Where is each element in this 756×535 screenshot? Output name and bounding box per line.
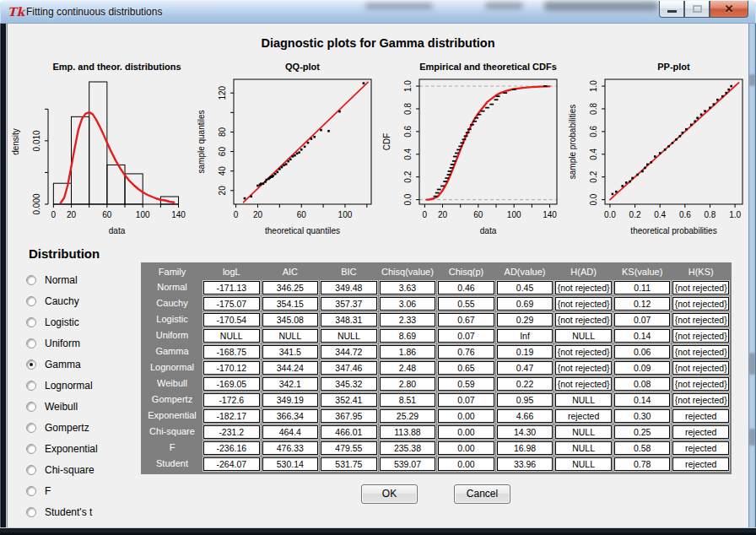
radio-icon [26,465,36,475]
table-cell: 349.48 [321,281,377,295]
radio-icon [26,317,36,327]
radio-uniform[interactable]: Uniform [26,332,98,354]
svg-text:0.2: 0.2 [629,210,641,219]
minimize-button[interactable] [659,1,684,18]
table-cell: {not rejected} [672,313,729,327]
column-header: Chisq(p) [438,263,494,281]
svg-text:data: data [480,226,497,235]
table-cell: {not rejected} [555,281,612,295]
column-header: Chisq(value) [380,263,436,281]
radio-label: Logistic [45,316,79,328]
table-cell: {not rejected} [672,345,729,359]
table-cell: 3.06 [380,297,436,311]
family-label: Chi-square [143,424,201,440]
table-cell: 464.4 [262,425,319,439]
table-cell: 2.80 [380,377,436,391]
table-cell: 113.88 [380,425,436,439]
radio-icon [26,381,36,391]
radio-cauchy[interactable]: Cauchy [26,290,98,311]
svg-text:theoretical quantiles: theoretical quantiles [265,226,340,235]
radio-label: Gompertz [45,422,89,434]
svg-text:0.8: 0.8 [705,210,716,219]
table-cell: 344.24 [262,361,319,375]
table-cell: 357.37 [321,297,377,311]
radio-icon [26,402,36,412]
dialog-content: Diagnostic plots for Gamma distribution … [8,24,748,527]
radio-student-s-t[interactable]: Student's t [26,501,98,522]
family-label: Gamma [143,343,201,359]
radio-label: Chi-square [45,464,94,476]
table-cell: 0.58 [614,441,671,455]
window-controls: ✕ [659,1,748,19]
svg-text:20: 20 [67,210,77,219]
svg-text:QQ-plot: QQ-plot [285,62,320,72]
svg-text:0.4: 0.4 [589,148,598,159]
radio-exponential[interactable]: Exponential [26,438,98,459]
ok-button[interactable]: OK [361,484,418,504]
maximize-button[interactable] [684,1,710,18]
svg-text:0.2: 0.2 [589,170,598,182]
radio-label: Gamma [45,359,81,370]
radio-chi-square[interactable]: Chi-square [26,459,98,480]
maximize-icon [693,5,702,13]
svg-text:20: 20 [253,210,263,219]
svg-text:80: 80 [218,127,227,137]
family-label: Cauchy [143,295,201,311]
radio-label: Normal [45,274,78,286]
radio-icon [26,507,36,517]
table-cell: 14.30 [497,425,554,439]
radio-label: Uniform [45,338,80,349]
svg-text:CDF: CDF [382,133,392,151]
table-cell: {not rejected} [672,361,729,375]
table-cell: 346.25 [262,281,319,295]
table-cell: 348.31 [321,313,377,327]
window-title: Fitting continuous distributions [26,6,162,18]
radio-label: Student's t [45,506,92,518]
svg-text:60: 60 [218,147,227,157]
column-header: logL [203,263,260,281]
svg-text:0: 0 [51,210,57,219]
titlebar: Tk Fitting continuous distributions ✕ [0,0,756,24]
distribution-radio-group: NormalCauchyLogisticUniformGammaLognorma… [26,269,98,522]
radio-f[interactable]: F [26,480,98,501]
table-cell: {not rejected} [555,313,612,327]
table-cell: 530.14 [262,457,319,471]
radio-gompertz[interactable]: Gompertz [26,417,98,438]
table-cell: 345.32 [321,377,377,391]
table-cell: 0.09 [614,361,671,375]
table-cell: NULL [555,441,612,455]
table-cell: 0.67 [438,313,494,327]
table-cell: -170.54 [203,313,260,327]
qq-plot: QQ-plottheoretical quantilessample quant… [195,59,377,238]
radio-lognormal[interactable]: Lognormal [26,375,98,396]
radio-gamma[interactable]: Gamma [26,354,98,375]
window-border-left [0,24,8,535]
close-button[interactable]: ✕ [710,1,748,18]
column-header: KS(value) [614,263,671,281]
table-cell: 0.76 [438,345,494,359]
svg-text:0.8: 0.8 [403,103,413,115]
column-header: BIC [321,263,377,281]
svg-text:100: 100 [507,210,521,219]
radio-icon [26,275,36,285]
radio-weibull[interactable]: Weibull [26,396,98,417]
radio-logistic[interactable]: Logistic [26,311,98,332]
svg-text:0.0: 0.0 [403,193,413,205]
cancel-button[interactable]: Cancel [454,484,510,504]
svg-text:0.0: 0.0 [589,193,598,205]
table-cell: rejected [555,409,612,423]
table-cell: 0.06 [614,345,671,359]
svg-text:Emp. and theor. distributions: Emp. and theor. distributions [52,62,181,72]
svg-text:140: 140 [171,210,186,219]
table-cell: 479.55 [321,441,377,455]
glass-reflection [544,2,658,11]
column-header: H(KS) [672,263,729,281]
table-cell: 0.12 [614,297,671,311]
table-cell: NULL [262,329,319,343]
table-cell: 0.22 [497,377,554,391]
table-cell: 366.34 [262,409,319,423]
radio-normal[interactable]: Normal [26,269,98,290]
table-cell: 345.08 [262,313,319,327]
table-cell: 8.69 [380,329,436,343]
svg-text:140: 140 [543,210,557,219]
